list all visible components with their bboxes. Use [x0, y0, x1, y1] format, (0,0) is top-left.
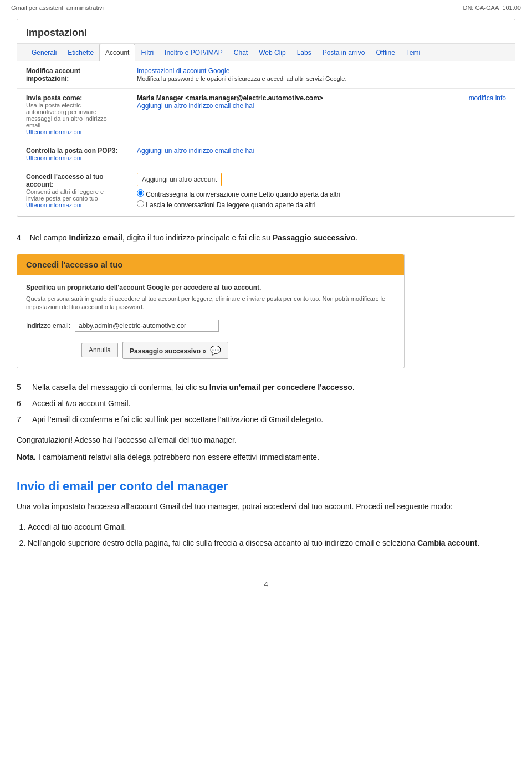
header-left: Gmail per assistenti amministrativi	[11, 4, 104, 11]
concedi-desc-sub: Questa persona sarà in grado di accedere…	[26, 295, 395, 312]
step-5-num: 5	[17, 382, 32, 393]
tab-generali[interactable]: Generali	[26, 44, 62, 61]
page-content: Impostazioni Generali Etichette Account …	[0, 13, 532, 570]
settings-row-label-pop3: Controlla la posta con POP3: Ulteriori i…	[17, 141, 128, 167]
step-6-num: 6	[17, 398, 32, 409]
step-4-para: 4 Nel campo Indirizzo email, digita il t…	[17, 232, 515, 244]
annulla-button[interactable]: Annulla	[81, 343, 118, 357]
settings-table: Modifica account impostazioni: Impostazi…	[17, 61, 515, 216]
radio-input-1[interactable]	[137, 189, 144, 197]
ulteriori-info-link-3[interactable]: Ulteriori informazioni	[26, 202, 81, 208]
step-6-italic: tuo	[66, 399, 76, 408]
settings-row-pop3: Controlla la posta con POP3: Ulteriori i…	[17, 141, 515, 167]
bottom-step-2-bold: Cambia account	[417, 539, 477, 547]
settings-row-invia: Invia posta come: Usa la posta electric-…	[17, 89, 515, 141]
concedi-dialog-body: Specifica un proprietario dell'account G…	[17, 275, 404, 368]
settings-row-content-concedi: Aggiungi un altro account Contrassegna l…	[128, 167, 515, 217]
step-7-num: 7	[17, 414, 32, 425]
step-7-item: 7 Apri l'email di conferma e fai clic su…	[17, 414, 515, 425]
aggiungi-account-btn[interactable]: Aggiungi un altro account	[137, 173, 222, 186]
manager-email: Maria Manager <maria.manager@electric.au…	[137, 94, 323, 102]
settings-row-label-account: Modifica account impostazioni:	[17, 61, 128, 89]
tab-labs[interactable]: Labs	[291, 44, 317, 61]
radio-option-1[interactable]: Contrassegna la conversazione come Letto…	[137, 189, 506, 198]
concedi-email-input[interactable]	[75, 320, 219, 332]
concedi-buttons: Annulla Passaggio successivo » 💬	[26, 342, 395, 359]
bottom-numbered-list: Accedi al tuo account Gmail. Nell'angolo…	[28, 521, 515, 549]
nota-text: I cambiamenti relativi alla delega potre…	[38, 453, 319, 462]
ulteriori-info-link-1[interactable]: Ulteriori informazioni	[26, 129, 81, 135]
aggiungi-indirizzo-2[interactable]: Aggiungi un altro indirizzo email che ha…	[137, 147, 254, 155]
page-header: Gmail per assistenti amministrativi DN: …	[0, 0, 532, 13]
radio-input-2[interactable]	[137, 200, 144, 207]
concedi-field-label: Indirizzo email:	[26, 322, 70, 330]
settings-row-content-pop3: Aggiungi un altro indirizzo email che ha…	[128, 141, 515, 167]
tab-webclip[interactable]: Web Clip	[253, 44, 291, 61]
cursor-icon: 💬	[210, 345, 221, 356]
tab-chat[interactable]: Chat	[228, 44, 253, 61]
tab-etichette[interactable]: Etichette	[62, 44, 99, 61]
settings-row-label-concedi: Concedi l'accesso al tuo account: Consen…	[17, 167, 128, 217]
settings-row-content-invia: Maria Manager <maria.manager@electric.au…	[128, 89, 515, 141]
header-right: DN: GA-GAA_101.00	[463, 4, 521, 11]
tab-temi[interactable]: Temi	[401, 44, 426, 61]
modifica-info-link[interactable]: modifica info	[469, 94, 506, 102]
nota-para: Nota. I cambiamenti relativi alla delega…	[17, 452, 515, 463]
tab-posta-arrivo[interactable]: Posta in arrivo	[317, 44, 371, 61]
settings-tabs: Generali Etichette Account Filtri Inoltr…	[17, 44, 515, 61]
ulteriori-info-link-2[interactable]: Ulteriori informazioni	[26, 155, 81, 161]
step-7-text: Apri l'email di conferma e fai clic sul …	[32, 414, 323, 425]
section-intro: Una volta impostato l'accesso all'accoun…	[17, 501, 515, 512]
concedi-dialog-header: Concedi l'accesso al tuo	[17, 254, 404, 275]
congrat-para: Congratulazioni! Adesso hai l'accesso al…	[17, 434, 515, 446]
concedi-desc-main: Specifica un proprietario dell'account G…	[26, 284, 395, 291]
settings-box: Impostazioni Generali Etichette Account …	[17, 19, 515, 217]
tab-account[interactable]: Account	[99, 44, 135, 61]
concedi-field-row: Indirizzo email:	[26, 320, 395, 332]
nota-label: Nota.	[17, 453, 36, 462]
concedi-dialog-box: Concedi l'accesso al tuo Specifica un pr…	[17, 254, 405, 368]
steps-list: 5 Nella casella del messaggio di conferm…	[17, 382, 515, 425]
settings-row-content-account: Impostazioni di account Google Modifica …	[128, 61, 515, 89]
impostazioni-google-sub: Modifica la password e le opzioni di sic…	[137, 75, 346, 82]
step-5-item: 5 Nella casella del messaggio di conferm…	[17, 382, 515, 393]
settings-row-label-invia: Invia posta come: Usa la posta electric-…	[17, 89, 128, 141]
section-title: Invio di email per conto del manager	[17, 479, 515, 495]
bottom-step-1: Accedi al tuo account Gmail.	[28, 521, 515, 533]
aggiungi-indirizzo-1[interactable]: Aggiungi un altro indirizzo email che ha…	[137, 102, 254, 110]
passaggio-successivo-button[interactable]: Passaggio successivo » 💬	[122, 342, 228, 359]
radio-group: Contrassegna la conversazione come Letto…	[137, 189, 506, 209]
bottom-step-2: Nell'angolo superiore destro della pagin…	[28, 537, 515, 549]
tab-offline[interactable]: Offline	[370, 44, 400, 61]
tab-filtri[interactable]: Filtri	[135, 44, 159, 61]
impostazioni-google-link[interactable]: Impostazioni di account Google	[137, 67, 229, 75]
settings-title: Impostazioni	[17, 19, 515, 44]
step-6-item: 6 Accedi al tuo account Gmail.	[17, 398, 515, 409]
step-4-bold-2: Passaggio successivo	[273, 233, 355, 242]
page-footer: 4	[0, 570, 532, 594]
settings-row-account: Modifica account impostazioni: Impostazi…	[17, 61, 515, 89]
settings-row-concedi: Concedi l'accesso al tuo account: Consen…	[17, 167, 515, 217]
step-5-bold: Invia un'email per concedere l'accesso	[209, 383, 352, 392]
radio-option-2[interactable]: Lascia le conversazioni Da leggere quand…	[137, 200, 506, 209]
step-4-bold-1: Indirizzo email	[69, 233, 122, 242]
tab-inoltro[interactable]: Inoltro e POP/IMAP	[159, 44, 228, 61]
step-4-num: 4	[17, 233, 21, 242]
page-number: 4	[264, 580, 268, 588]
